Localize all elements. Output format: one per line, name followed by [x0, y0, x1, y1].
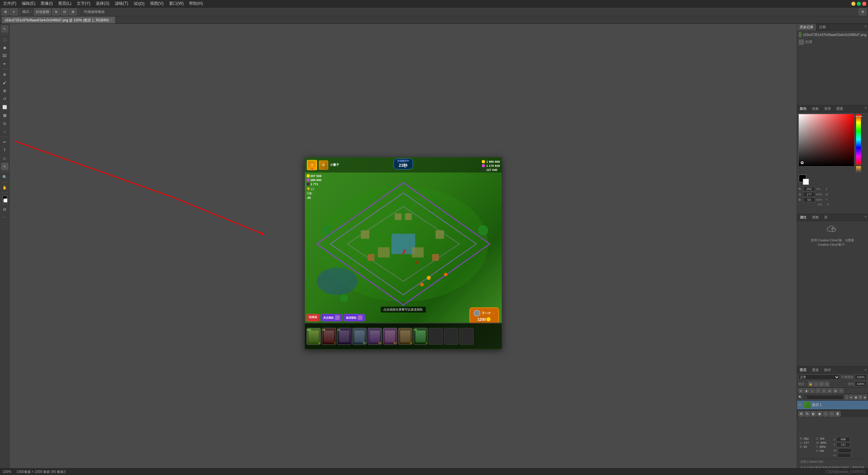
- b-input[interactable]: [803, 197, 815, 202]
- opacity-input[interactable]: [855, 374, 867, 380]
- history-options-btn[interactable]: ≡: [863, 24, 868, 31]
- troop-card-2[interactable]: x1: [337, 328, 351, 345]
- lock-all-btn[interactable]: 🔒: [808, 382, 813, 386]
- type-btn[interactable]: T: [839, 388, 844, 393]
- properties-tab[interactable]: 属性: [797, 214, 809, 221]
- background-swatch[interactable]: [803, 179, 809, 185]
- new-group-btn[interactable]: □: [823, 411, 828, 417]
- select-tool[interactable]: ⬚: [1, 36, 8, 43]
- menu-item-edit[interactable]: 编辑(E): [20, 1, 37, 6]
- layer-vis-0[interactable]: 👁: [798, 403, 802, 407]
- history-item-open[interactable]: 打开: [797, 38, 868, 46]
- menu-item-filter[interactable]: 滤镜(T): [113, 1, 129, 6]
- add-style-btn[interactable]: fx: [805, 411, 810, 417]
- eyedropper-tool[interactable]: ✒: [1, 60, 8, 68]
- eraser-tool[interactable]: ⬜: [1, 103, 8, 111]
- menu-item-window[interactable]: 窗口(W): [168, 1, 185, 6]
- troop-card-5[interactable]: 43: [383, 328, 397, 345]
- dodge-tool[interactable]: ○: [1, 128, 8, 135]
- layer-btn[interactable]: ≡: [10, 8, 18, 15]
- layer-search-input[interactable]: [803, 395, 844, 400]
- layers-tab[interactable]: 图层: [797, 367, 809, 373]
- fill-input[interactable]: [855, 381, 867, 387]
- screen-mode-btn[interactable]: ⊟: [1, 206, 8, 213]
- troop-slot-empty-3[interactable]: [459, 328, 474, 345]
- 3d-btn[interactable]: 3: [821, 388, 826, 393]
- history-tab[interactable]: 历史记录: [797, 24, 816, 31]
- crop-tool[interactable]: ⌧: [1, 52, 8, 59]
- layer-row-0[interactable]: 👁 图层 1: [797, 401, 868, 410]
- adjustments-tab[interactable]: 调整: [809, 214, 821, 221]
- filter-mode-btn[interactable]: ◉: [854, 395, 857, 400]
- next-button[interactable]: 下一个 → 1200: [469, 307, 499, 324]
- alpha-slider[interactable]: [856, 166, 861, 173]
- hue-slider[interactable]: [856, 114, 861, 165]
- menu-item-view[interactable]: 视图(V): [149, 1, 165, 6]
- menu-item-text[interactable]: 文字(Y): [75, 1, 92, 6]
- clone-tool[interactable]: ⊞: [1, 87, 8, 94]
- fx-btn[interactable]: fx: [798, 388, 803, 393]
- menu-item-3d[interactable]: 3D(D): [132, 1, 146, 6]
- filter-color-btn[interactable]: ◈: [863, 395, 867, 400]
- paths-tab[interactable]: 路径: [821, 367, 834, 373]
- link-btn[interactable]: ⊞: [833, 388, 838, 393]
- color-gradient-area[interactable]: [798, 114, 854, 166]
- pen-tool[interactable]: ✏: [1, 138, 8, 146]
- filter-attr-btn[interactable]: ☑: [858, 395, 862, 400]
- lasso-tool[interactable]: ◉: [1, 44, 8, 51]
- shape-tool[interactable]: ↖: [1, 163, 8, 170]
- patterns-tab[interactable]: 图案: [834, 105, 846, 112]
- add-mask-btn[interactable]: ◐: [811, 411, 816, 417]
- new-layer-btn[interactable]: □: [829, 411, 834, 417]
- path-select-tool[interactable]: ▷: [1, 155, 8, 162]
- settings-btn[interactable]: ⚙: [859, 8, 866, 15]
- troop-card-7[interactable]: x5 3: [413, 328, 428, 345]
- extra-tool[interactable]: ⋯: [1, 214, 8, 221]
- g-input[interactable]: [803, 192, 815, 197]
- x-coord-input[interactable]: [836, 437, 850, 442]
- type-tool[interactable]: T: [1, 146, 8, 154]
- gradient-tool[interactable]: ▦: [1, 111, 8, 119]
- brush-tool[interactable]: 🖌: [1, 79, 8, 86]
- hand-tool[interactable]: ✋: [1, 184, 8, 191]
- libraries-tab[interactable]: 库: [821, 214, 830, 221]
- menu-item-select[interactable]: 选择(S): [94, 1, 111, 6]
- align-btn[interactable]: ⊟: [61, 8, 68, 15]
- filter-type-btn[interactable]: ⬚: [845, 395, 848, 400]
- troop-card-0[interactable]: x84 8: [307, 328, 321, 345]
- maximize-button[interactable]: [857, 2, 861, 6]
- gradient-tab[interactable]: 渐变: [821, 105, 834, 112]
- blend-mode-select[interactable]: 正常: [798, 374, 840, 380]
- new-fill-btn[interactable]: ◉: [817, 411, 822, 417]
- menu-item-layer[interactable]: 图层(L): [57, 1, 73, 6]
- troop-card-6[interactable]: 8: [398, 328, 412, 345]
- delete-layer-btn[interactable]: 🗑: [835, 411, 841, 417]
- color-options-btn[interactable]: ≡: [863, 105, 868, 112]
- filter-effect-btn[interactable]: fx: [849, 395, 853, 400]
- canvas-image[interactable]: ⚔ 3 盾 小量子 开战损失中 23秒: [305, 157, 502, 349]
- auto-select-btn[interactable]: 自动选择: [34, 8, 51, 15]
- swatches-tab[interactable]: 色板: [809, 105, 821, 112]
- notes-tab[interactable]: 注释: [816, 24, 829, 31]
- lock-art-btn[interactable]: ◻: [825, 382, 829, 386]
- menu-item-file[interactable]: 文件(F): [2, 1, 18, 6]
- blur-tool[interactable]: ◎: [1, 120, 8, 127]
- spectate-btn[interactable]: 关注部队: [321, 314, 342, 321]
- mask-btn[interactable]: ◐: [804, 388, 809, 393]
- background-color-mini[interactable]: [3, 198, 7, 203]
- troop-card-3[interactable]: 65: [352, 328, 367, 345]
- troop-slot-empty-2[interactable]: [444, 328, 458, 345]
- tab-close-icon[interactable]: ×: [110, 19, 112, 22]
- spot-heal-tool[interactable]: ⊕: [1, 71, 8, 78]
- lock-pixel-btn[interactable]: ◻: [819, 382, 824, 386]
- transform-btn[interactable]: ⊞: [2, 8, 9, 15]
- layers-options-btn[interactable]: ≡: [863, 367, 868, 372]
- r-input[interactable]: [803, 187, 815, 191]
- menu-item-image[interactable]: 图像(I): [39, 1, 54, 6]
- return-btn[interactable]: 返回部队: [344, 314, 365, 321]
- document-tab-active[interactable]: c53cd7351e97b4faae63a4c0c0486d7.png @ 10…: [2, 17, 115, 23]
- zoom-tool[interactable]: 🔍: [1, 173, 8, 181]
- link-layers-btn[interactable]: ⊞: [798, 411, 804, 417]
- lock-pos-btn[interactable]: +: [814, 382, 818, 386]
- troop-slot-empty-1[interactable]: [429, 328, 443, 345]
